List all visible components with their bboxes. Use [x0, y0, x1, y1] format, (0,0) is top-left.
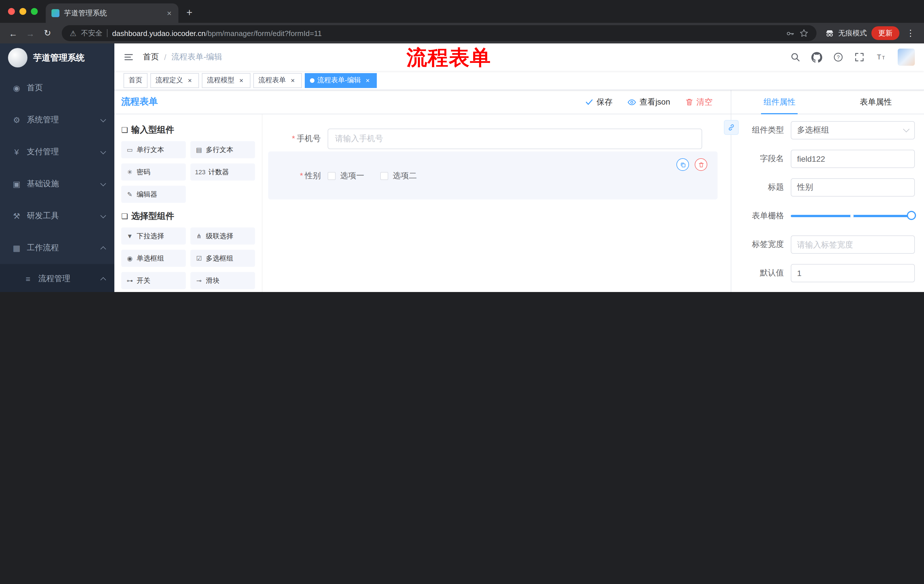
palette-item-select[interactable]: ▼下拉选择 — [121, 227, 186, 245]
palette-item-editor[interactable]: ✎编辑器 — [121, 186, 186, 203]
sidebar-item-devtools[interactable]: ⚒ 研发工具 — [0, 200, 114, 232]
clear-button[interactable]: 清空 — [685, 97, 713, 107]
help-icon[interactable]: ? — [833, 52, 843, 62]
palette-item-switch[interactable]: ⊶开关 — [121, 272, 186, 289]
sidebar-item-payment[interactable]: ¥ 支付管理 — [0, 136, 114, 168]
tag-close-icon[interactable]: × — [289, 76, 297, 84]
palette-item-radio-group[interactable]: ◉单选框组 — [121, 250, 186, 267]
address-bar[interactable]: ⚠ 不安全 dashboard.yudao.iocoder.cn/bpm/man… — [62, 25, 817, 41]
reload-button[interactable]: ↻ — [41, 28, 54, 38]
tag-close-icon[interactable]: × — [364, 76, 372, 84]
palette-item-password[interactable]: ✳密码 — [121, 163, 186, 181]
sidebar-item-infrastructure[interactable]: ▣ 基础设施 — [0, 168, 114, 200]
form-designer: 流程表单 保存 — [114, 90, 924, 292]
gender-option-2[interactable]: 选项二 — [380, 171, 417, 181]
field-name-row: 字段名 — [741, 150, 915, 168]
view-json-button[interactable]: 查看json — [627, 97, 670, 107]
minimize-window-button[interactable] — [20, 8, 26, 15]
palette-grid-select: ▼下拉选择 ⋔级联选择 ◉单选框组 ☑多选框组 ⊶开关 ⊸滑块 ◷时间选择 ◴时… — [121, 227, 255, 292]
collapse-sidebar-icon[interactable] — [124, 52, 134, 62]
sidebar-item-process-management[interactable]: ≡ 流程管理 — [0, 264, 114, 292]
eye-icon — [627, 97, 637, 107]
sidebar-item-workflow[interactable]: ▦ 工作流程 — [0, 232, 114, 264]
app-window: 芋道管理系统 ◉ 首页 ⚙ 系统管理 ¥ 支付管理 ▣ 基础设施 — [0, 43, 924, 292]
breadcrumb-home[interactable]: 首页 — [143, 52, 159, 62]
fullscreen-icon[interactable] — [854, 52, 865, 62]
properties-panel: 组件属性 表单属性 组件类型 多选框组 字段名 标题 — [731, 90, 924, 292]
slider-handle[interactable] — [907, 211, 916, 220]
tab-favicon-icon — [51, 9, 59, 17]
duplicate-field-button[interactable] — [676, 158, 689, 171]
default-value-input[interactable] — [791, 264, 915, 282]
tag-process-definition[interactable]: 流程定义 × — [150, 73, 199, 88]
browser-tab[interactable]: 芋道管理系统 × — [46, 3, 178, 23]
tag-close-icon[interactable]: × — [237, 76, 245, 84]
security-label[interactable]: 不安全 — [81, 28, 102, 38]
textarea-icon: ▤ — [195, 146, 203, 153]
sidebar-logo[interactable]: 芋道管理系统 — [0, 43, 114, 72]
palette-item-slider[interactable]: ⊸滑块 — [190, 272, 255, 289]
palette-item-counter[interactable]: 123计数器 — [190, 163, 255, 181]
grid-slider[interactable] — [791, 207, 915, 225]
tab-close-icon[interactable]: × — [166, 8, 173, 18]
tag-process-form[interactable]: 流程表单 × — [253, 73, 302, 88]
save-button[interactable]: 保存 — [585, 97, 613, 107]
tag-process-form-edit[interactable]: 流程表单-编辑 × — [305, 73, 377, 88]
chevron-down-icon — [101, 148, 106, 154]
field-name-input[interactable] — [791, 150, 915, 168]
gender-option-1[interactable]: 选项一 — [328, 171, 364, 181]
tag-process-model[interactable]: 流程模型 × — [202, 73, 251, 88]
incognito-icon — [825, 28, 835, 38]
chevron-down-icon — [903, 126, 910, 133]
tab-form-props[interactable]: 表单属性 — [828, 90, 924, 114]
delete-field-button[interactable] — [695, 158, 707, 171]
form-canvas[interactable]: *手机号 请输入手机号 *性别 选项一 选项二 — [262, 114, 731, 292]
tab-component-props[interactable]: 组件属性 — [731, 90, 828, 114]
slider-stop-dot — [850, 214, 854, 218]
link-field-button[interactable] — [724, 120, 739, 135]
monitor-icon: ▣ — [12, 179, 22, 189]
checkbox-icon[interactable] — [328, 172, 336, 180]
palette-item-cascader[interactable]: ⋔级联选择 — [190, 227, 255, 245]
close-window-button[interactable] — [8, 8, 15, 15]
designer-actions: 保存 查看json — [585, 97, 724, 107]
header-actions: ? TT — [790, 49, 915, 66]
canvas-field-phone[interactable]: *手机号 请输入手机号 — [262, 128, 731, 149]
editor-icon: ✎ — [126, 191, 134, 198]
font-size-icon[interactable]: TT — [875, 52, 887, 62]
list-icon: ≡ — [23, 274, 33, 283]
palette-item-text-input[interactable]: ▭单行文本 — [121, 141, 186, 158]
canvas-field-gender-selected[interactable]: *性别 选项一 选项二 — [268, 151, 718, 199]
back-button[interactable]: ← — [7, 28, 20, 38]
browser-update-button[interactable]: 更新 — [871, 26, 899, 40]
omnibox-divider — [107, 29, 107, 37]
sidebar-item-home[interactable]: ◉ 首页 — [0, 72, 114, 104]
counter-icon: 123 — [195, 169, 206, 175]
label-width-input[interactable] — [791, 235, 915, 254]
phone-input[interactable]: 请输入手机号 — [328, 128, 702, 149]
component-type-select[interactable]: 多选框组 — [791, 121, 915, 140]
sidebar-item-system[interactable]: ⚙ 系统管理 — [0, 104, 114, 136]
new-tab-button[interactable]: + — [186, 7, 192, 19]
tag-close-icon[interactable]: × — [186, 76, 194, 84]
security-warning-icon: ⚠ — [70, 29, 76, 38]
palette-item-textarea[interactable]: ▤多行文本 — [190, 141, 255, 158]
tab-title: 芋道管理系统 — [64, 8, 161, 18]
password-key-icon[interactable] — [785, 29, 795, 38]
copy-icon — [680, 161, 686, 168]
palette-item-checkbox-group[interactable]: ☑多选框组 — [190, 250, 255, 267]
bookmark-star-icon[interactable] — [799, 29, 808, 38]
logo-title: 芋道管理系统 — [33, 52, 85, 63]
user-avatar[interactable] — [898, 49, 915, 66]
forward-button[interactable]: → — [24, 28, 36, 38]
zoom-window-button[interactable] — [31, 8, 38, 15]
checkbox-icon[interactable] — [380, 172, 388, 180]
tag-home[interactable]: 首页 — [124, 73, 147, 88]
search-icon[interactable] — [790, 52, 800, 62]
github-icon[interactable] — [811, 52, 822, 63]
chevron-up-icon — [101, 246, 106, 252]
url-text[interactable]: dashboard.yudao.iocoder.cn/bpm/manager/f… — [112, 29, 322, 38]
title-input[interactable] — [791, 178, 915, 197]
gear-icon: ⚙ — [12, 115, 22, 125]
browser-menu-icon[interactable]: ⋮ — [904, 28, 917, 38]
